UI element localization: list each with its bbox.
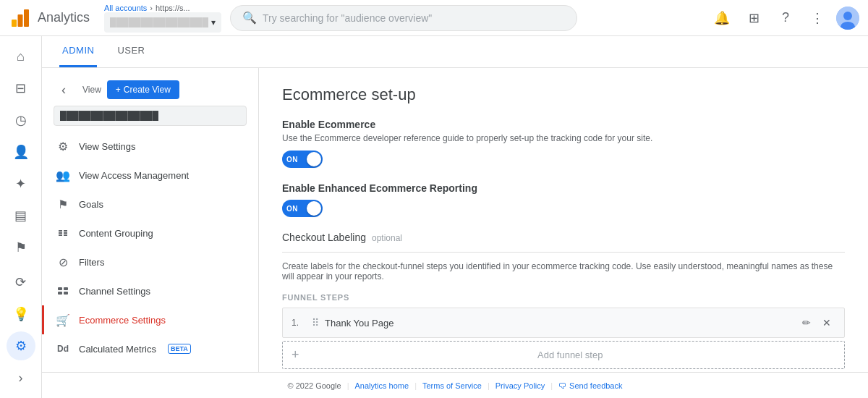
view-select-dropdown[interactable]: ████████████████: [54, 106, 247, 126]
sidebar-item-content-grouping[interactable]: Content Grouping: [42, 219, 258, 247]
nav-reports-button[interactable]: ◷: [7, 106, 35, 135]
left-nav: ⌂ ⊟ ◷ 👤 ✦ ▤ ⚑ ⟳ 💡 ⚙: [0, 36, 42, 398]
enable-enhanced-title: Enable Enhanced Ecommerce Reporting: [282, 182, 845, 194]
nav-expand-button[interactable]: ›: [7, 363, 35, 392]
add-step-row[interactable]: + Add funnel step: [282, 341, 845, 369]
step-actions: ✏ ✕: [798, 314, 835, 331]
create-view-button[interactable]: + Create View: [107, 80, 179, 99]
sidebar-item-label: Goals: [79, 199, 103, 210]
all-accounts-link[interactable]: All accounts: [104, 4, 147, 12]
svg-rect-9: [64, 292, 68, 295]
search-icon: 🔍: [242, 11, 257, 25]
dashboard-icon: ⊟: [15, 80, 26, 96]
analytics-home-link[interactable]: Analytics home: [355, 381, 409, 390]
account-selector-chevron: ▾: [211, 17, 216, 27]
breadcrumb-top: All accounts › https://s...: [104, 4, 221, 12]
cart-icon: 🛒: [56, 313, 70, 327]
search-nav-icon: ⟳: [15, 274, 26, 290]
enable-ecommerce-toggle[interactable]: ON: [282, 151, 323, 168]
enable-ecommerce-toggle-container: ON: [282, 151, 845, 168]
enable-ecommerce-title: Enable Ecommerce: [282, 119, 845, 130]
sidebar-item-view-access[interactable]: 👥 View Access Management: [42, 161, 258, 190]
sidebar-item-label: Calculated Metrics: [79, 344, 156, 355]
nav-dashboard-button[interactable]: ⊟: [7, 74, 35, 103]
search-bar[interactable]: 🔍 Try searching for "audience overview": [230, 5, 577, 31]
edit-step-button[interactable]: ✏: [798, 314, 815, 331]
privacy-link[interactable]: Privacy Policy: [495, 381, 545, 390]
people-icon: 👥: [56, 168, 70, 182]
sidebar-item-ecommerce[interactable]: 🛒 Ecommerce Settings: [42, 305, 258, 334]
sidebar-item-calculated-metrics[interactable]: Dd Calculated Metrics BETA: [42, 334, 258, 363]
nav-behavior-button[interactable]: ▤: [7, 201, 35, 230]
channel-icon: [56, 284, 70, 298]
sidebar-item-label: View Access Management: [79, 170, 189, 181]
feedback-icon: 🗨: [558, 381, 566, 390]
more-options-button[interactable]: ⋮: [804, 5, 830, 31]
nav-home-button[interactable]: ⌂: [7, 42, 35, 71]
main-layout: ⌂ ⊟ ◷ 👤 ✦ ▤ ⚑ ⟳ 💡 ⚙: [0, 36, 868, 398]
nav-conversions-button[interactable]: ⚑: [7, 233, 35, 262]
send-feedback-label: Send feedback: [569, 381, 622, 390]
settings-icon: ⚙: [56, 139, 70, 153]
page-title: Ecommerce set-up: [282, 85, 845, 104]
sidebar-item-label: View Settings: [79, 141, 136, 152]
search-placeholder: Try searching for "audience overview": [263, 12, 432, 24]
svg-rect-1: [18, 14, 23, 27]
sidebar-item-label: Content Grouping: [79, 228, 153, 239]
sidebar-header: ‹ View + Create View: [42, 68, 258, 106]
view-selector: ████████████████: [54, 106, 247, 126]
svg-rect-0: [12, 20, 17, 27]
nav-discovery-button[interactable]: 💡: [7, 300, 35, 329]
lightbulb-icon: 💡: [13, 306, 29, 322]
notifications-button[interactable]: 🔔: [709, 5, 735, 31]
back-button[interactable]: ‹: [54, 80, 74, 100]
add-step-plus-icon: +: [292, 347, 299, 363]
sidebar-item-filters[interactable]: ⊘ Filters: [42, 247, 258, 276]
sidebar-item-channel-settings[interactable]: Channel Settings: [42, 276, 258, 305]
send-feedback-button[interactable]: 🗨 Send feedback: [558, 381, 622, 390]
sidebar-item-label: Channel Settings: [79, 286, 150, 297]
terms-link[interactable]: Terms of Service: [422, 381, 482, 390]
svg-rect-8: [58, 292, 62, 295]
nav-audience-button[interactable]: 👤: [7, 137, 35, 166]
acquisition-icon: ✦: [15, 176, 26, 192]
nav-acquisition-button[interactable]: ✦: [7, 169, 35, 198]
sidebar-item-view-settings[interactable]: ⚙ View Settings: [42, 132, 258, 161]
nav-bottom: ⟳ 💡 ⚙ ›: [7, 268, 35, 398]
checkout-title-row: Checkout Labeling optional: [282, 232, 845, 246]
tab-user[interactable]: USER: [114, 36, 148, 67]
enable-enhanced-toggle[interactable]: ON: [282, 200, 323, 217]
help-button[interactable]: ?: [773, 5, 799, 31]
step-name: Thank You Page: [325, 318, 792, 329]
sidebar-panel: ‹ View + Create View ████████████████ ⚙ …: [42, 68, 259, 372]
content-area: ADMIN USER ‹ View + Create View ████████…: [42, 36, 868, 398]
plus-icon: +: [116, 85, 121, 95]
expand-icon: ›: [19, 371, 23, 386]
account-selector[interactable]: ████████████████ ▾: [104, 12, 221, 33]
filter-icon: ⊘: [56, 255, 70, 269]
view-label: View: [82, 85, 101, 95]
checkout-desc: Create labels for the checkout-funnel st…: [282, 261, 845, 281]
apps-icon: ⊞: [749, 10, 760, 26]
flag-icon: ⚑: [15, 240, 27, 255]
account-name: ████████████████: [110, 17, 208, 27]
enable-ecommerce-desc: Use the Ecommerce developer reference gu…: [282, 133, 788, 143]
create-view-label: Create View: [124, 85, 171, 95]
add-step-label: Add funnel step: [305, 350, 835, 360]
tab-admin[interactable]: ADMIN: [59, 36, 97, 67]
svg-rect-7: [64, 287, 68, 290]
gear-icon: ⚙: [15, 338, 27, 354]
delete-step-button[interactable]: ✕: [818, 314, 835, 331]
svg-point-4: [843, 12, 852, 20]
drag-handle-icon[interactable]: ⠿: [312, 317, 319, 329]
metrics-icon: Dd: [56, 342, 70, 356]
nav-admin-button[interactable]: ⚙: [7, 331, 35, 360]
sidebar-item-goals[interactable]: ⚑ Goals: [42, 190, 258, 219]
copyright-text: © 2022 Google: [288, 381, 341, 390]
avatar[interactable]: [836, 7, 859, 30]
nav-search-button[interactable]: ⟳: [7, 268, 35, 297]
notifications-icon: 🔔: [714, 10, 730, 26]
clock-icon: ◷: [15, 112, 27, 128]
apps-button[interactable]: ⊞: [741, 5, 767, 31]
analytics-logo-icon: [9, 7, 32, 30]
